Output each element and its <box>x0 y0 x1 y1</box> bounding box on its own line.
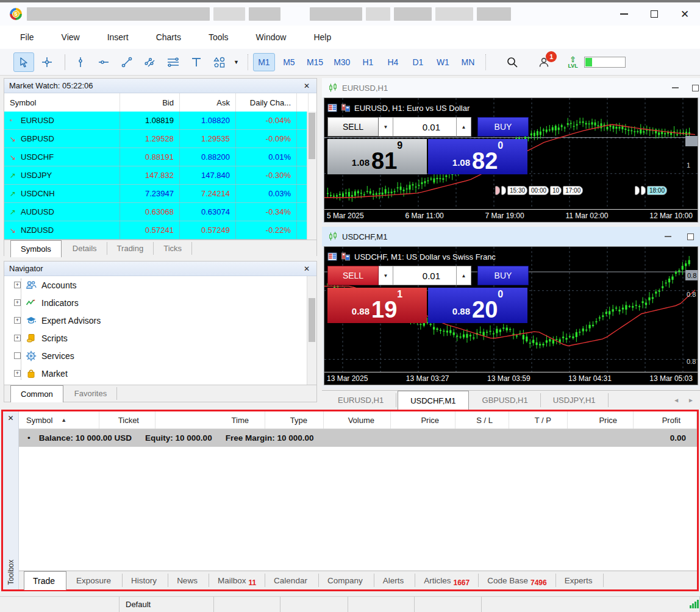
market-watch-tab[interactable]: Ticks <box>154 242 192 255</box>
chart-area[interactable]: USDCHF, M1: US Dollar vs Swiss Franc SEL… <box>324 246 698 385</box>
close-icon[interactable]: ✕ <box>302 82 312 90</box>
timeframe-button[interactable]: M15 <box>303 53 327 71</box>
sell-price-box[interactable]: 0.88 19 1 <box>327 288 427 323</box>
scroll-tabs-right-icon[interactable]: ► <box>688 397 694 404</box>
minimize-button[interactable] <box>609 2 639 26</box>
column-header-daily-change[interactable]: Daily Cha... <box>236 93 297 112</box>
text-tool-icon[interactable] <box>186 52 207 72</box>
chart-window-titlebar[interactable]: EURUSD,H1 <box>322 78 700 98</box>
menu-item[interactable]: Help <box>304 27 340 47</box>
navigator-tree-item[interactable]: + Scripts <box>4 329 316 347</box>
toolbox-tab[interactable]: News <box>168 574 209 587</box>
quotes-panel-icon[interactable] <box>341 252 351 262</box>
sell-button[interactable]: SELL <box>327 117 379 137</box>
timeframe-button[interactable]: H4 <box>382 53 404 71</box>
volume-input[interactable]: 0.01 <box>393 266 457 285</box>
market-watch-tab[interactable]: Details <box>63 242 107 255</box>
menu-item[interactable]: Charts <box>147 27 190 47</box>
timeframe-button[interactable]: M1 <box>253 53 275 71</box>
timeframe-button[interactable]: W1 <box>432 53 454 71</box>
chart-area[interactable]: EURUSD, H1: Euro vs US Dollar SELL ▼ 0.0… <box>324 98 698 222</box>
navigator-tree-item[interactable]: + Indicators <box>4 294 316 311</box>
navigator-tab[interactable]: Common <box>10 385 63 402</box>
column-header-bid[interactable]: Bid <box>120 93 180 112</box>
horizontal-line-tool-icon[interactable] <box>93 52 114 72</box>
market-watch-row[interactable]: ↘USDCHF 0.88191 0.88200 0.01% <box>4 148 316 166</box>
volume-step-up-icon[interactable]: ▲ <box>457 117 471 137</box>
market-watch-scrollbar[interactable] <box>307 112 316 240</box>
toolbox-column-header[interactable]: Symbol▲ <box>19 411 99 429</box>
market-watch-header[interactable]: Market Watch: 05:22:06 ✕ <box>4 79 316 93</box>
market-watch-row[interactable]: •EURUSD 1.08819 1.08820 -0.04% <box>4 112 316 130</box>
crosshair-tool-icon[interactable] <box>37 52 57 72</box>
toolbox-column-header[interactable]: Time <box>155 411 265 429</box>
trendline-tool-icon[interactable] <box>116 52 137 72</box>
market-watch-row[interactable]: ↗AUDUSD 0.63068 0.63074 -0.34% <box>4 203 316 221</box>
menu-item[interactable]: Insert <box>98 27 138 47</box>
market-watch-tab[interactable]: Trading <box>107 242 154 255</box>
menu-item[interactable]: View <box>52 27 89 47</box>
expand-icon[interactable]: + <box>14 370 21 377</box>
toolbox-tab[interactable]: Mailbox11 <box>209 574 265 587</box>
chart-window-titlebar[interactable]: USDCHF,M1 <box>322 227 700 246</box>
volume-dropdown-icon[interactable]: ▼ <box>379 117 393 137</box>
chart-tab[interactable]: USDJPY,H1 <box>541 393 609 407</box>
buy-button[interactable]: BUY <box>477 117 529 137</box>
column-header-symbol[interactable]: Symbol <box>4 93 120 112</box>
lvl-icon[interactable]: ⇧ LVL <box>568 55 577 69</box>
menu-item[interactable]: File <box>11 27 43 47</box>
toolbox-tab[interactable]: Experts <box>556 574 604 587</box>
navigator-tree-item[interactable]: + Market <box>4 365 316 382</box>
toolbox-column-header[interactable]: T / P <box>509 411 568 429</box>
timeframe-button[interactable]: D1 <box>407 53 429 71</box>
close-icon[interactable]: ✕ <box>7 411 13 425</box>
toolbox-tab[interactable]: History <box>123 574 168 587</box>
sell-price-box[interactable]: 1.08 81 9 <box>327 139 427 174</box>
quotes-panel-icon[interactable] <box>341 103 351 113</box>
timeframe-button[interactable]: M5 <box>278 53 300 71</box>
menu-item[interactable]: Tools <box>199 27 238 47</box>
search-icon[interactable] <box>502 52 523 72</box>
toolbox-column-header[interactable]: Type <box>265 411 324 429</box>
navigator-tree-item[interactable]: + Expert Advisors <box>4 311 316 329</box>
toolbox-column-header[interactable]: Profit <box>634 411 697 429</box>
chart-tab[interactable]: GBPUSD,H1 <box>470 393 541 407</box>
maximize-button[interactable] <box>639 2 670 26</box>
news-time-tag[interactable]: 10 <box>550 186 562 195</box>
toolbox-tab[interactable]: Calendar <box>265 574 319 587</box>
news-time-tag[interactable]: 15:30 <box>507 186 527 195</box>
toolbox-column-header[interactable]: Volume <box>324 411 391 429</box>
navigator-tree-item[interactable]: + Accounts <box>4 276 316 294</box>
toolbox-tab[interactable]: Code Base7496 <box>479 574 556 587</box>
news-time-tag[interactable]: 17:00 <box>563 186 583 195</box>
expand-icon[interactable]: + <box>14 335 21 341</box>
news-time-tag[interactable] <box>641 186 646 195</box>
market-watch-row[interactable]: ↘NZDUSD 0.57241 0.57249 -0.22% <box>4 221 316 240</box>
scrollbar-thumb[interactable] <box>309 113 315 159</box>
news-time-tag[interactable]: 18:00 <box>647 186 667 195</box>
navigator-scrollbar[interactable] <box>307 276 316 385</box>
chart-maximize-icon[interactable] <box>687 233 694 240</box>
expand-icon[interactable]: + <box>14 299 21 306</box>
fibonacci-tool-icon[interactable] <box>163 52 184 72</box>
market-watch-row[interactable]: ↗USDCNH 7.23947 7.24214 0.03% <box>4 185 316 203</box>
news-time-tag[interactable] <box>495 186 500 195</box>
expand-icon[interactable] <box>14 352 21 359</box>
toolbox-tab[interactable]: Trade <box>24 571 66 590</box>
chart-tab[interactable]: EURUSD,H1 <box>326 393 396 407</box>
toolbox-column-header[interactable]: Price <box>391 411 455 429</box>
toolbox-column-header[interactable]: S / L <box>455 411 509 429</box>
toolbox-column-header[interactable]: Price <box>568 411 634 429</box>
menu-item[interactable]: Window <box>247 27 296 47</box>
navigator-tab[interactable]: Favorites <box>65 387 117 400</box>
market-watch-tab[interactable]: Symbols <box>10 240 62 257</box>
shapes-tool-icon[interactable] <box>209 52 230 72</box>
market-watch-row[interactable]: ↗USDJPY 147.832 147.840 -0.30% <box>4 166 316 185</box>
chart-tab[interactable]: USDCHF,M1 <box>398 391 468 410</box>
news-time-tag[interactable]: 00:00 <box>529 186 549 195</box>
toolbox-tab[interactable]: Articles1667 <box>415 574 479 587</box>
buy-button[interactable]: BUY <box>477 266 529 285</box>
close-icon[interactable]: ✕ <box>302 265 312 273</box>
chart-maximize-icon[interactable] <box>692 85 699 91</box>
column-header-ask[interactable]: Ask <box>180 93 236 112</box>
